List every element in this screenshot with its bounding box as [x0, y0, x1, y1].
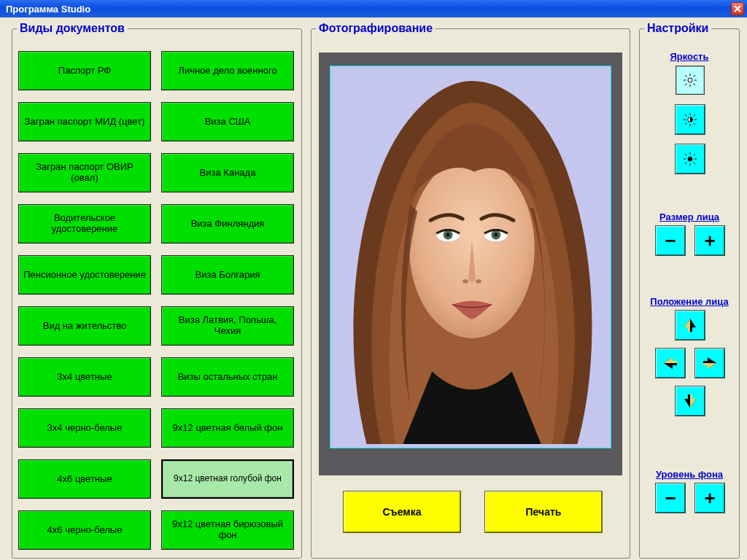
doc-btn-12[interactable]: 3x4 цветные: [18, 357, 151, 397]
brightness-label: Яркость: [640, 51, 739, 62]
photo-panel: Фотографирование: [311, 22, 630, 559]
doc-btn-16[interactable]: 4x6 цветные: [18, 459, 151, 499]
photo-frame: [319, 52, 622, 475]
document-types-grid: Паспорт РФ Личное дело военного Загран п…: [18, 51, 295, 551]
doc-btn-13[interactable]: Визы остальных стран: [161, 357, 294, 397]
svg-line-25: [685, 114, 687, 117]
svg-point-8: [494, 233, 498, 237]
arrow-right-icon: [701, 354, 719, 372]
photo-preview: [330, 66, 611, 448]
svg-line-16: [685, 75, 687, 77]
sun-half-icon: [683, 112, 697, 127]
svg-point-10: [476, 279, 481, 284]
doc-btn-5[interactable]: Виза Канада: [161, 153, 294, 192]
face-right-button[interactable]: [695, 349, 724, 378]
svg-line-27: [694, 114, 696, 117]
doc-btn-19[interactable]: 9х12 цветная бирюзовый фон: [161, 510, 294, 550]
svg-line-37: [685, 163, 687, 165]
face-size-plus-button[interactable]: +: [695, 226, 724, 255]
doc-btn-4[interactable]: Загран паспорт ОВИР (овал): [18, 153, 151, 192]
svg-point-9: [462, 279, 468, 284]
svg-line-28: [685, 123, 687, 125]
svg-line-35: [694, 163, 696, 165]
face-down-button[interactable]: [676, 386, 705, 416]
document-types-panel: Виды документов Паспорт РФ Личное дело в…: [12, 22, 302, 559]
svg-point-29: [688, 157, 692, 161]
svg-point-7: [446, 233, 450, 237]
doc-btn-7[interactable]: Виза Финляндия: [161, 204, 294, 244]
arrow-down-icon: [681, 392, 699, 410]
shoot-button[interactable]: Съемка: [344, 491, 460, 532]
arrow-up-icon: [681, 316, 699, 334]
svg-line-18: [694, 75, 696, 77]
plus-icon: +: [704, 231, 715, 250]
face-up-button[interactable]: [676, 311, 705, 340]
brightness-mid-button[interactable]: [676, 105, 705, 134]
face-size-minus-button[interactable]: −: [656, 226, 685, 255]
print-button[interactable]: Печать: [485, 491, 602, 532]
doc-btn-0[interactable]: Паспорт РФ: [18, 51, 151, 90]
minus-icon: −: [665, 231, 676, 250]
doc-btn-8[interactable]: Пенсионное удостоверение: [18, 255, 151, 295]
svg-line-34: [685, 154, 687, 156]
doc-btn-2[interactable]: Загран паспорт МИД (цвет): [18, 102, 151, 141]
bg-level-minus-button[interactable]: −: [656, 483, 685, 513]
face-pos-label: Положение лица: [640, 296, 739, 307]
doc-btn-14[interactable]: 3x4 черно-белые: [18, 408, 151, 448]
sun-bright-icon: [683, 73, 697, 88]
window-title: Программа Studio: [3, 4, 90, 15]
close-button[interactable]: [731, 2, 744, 15]
sun-dark-icon: [683, 152, 697, 166]
doc-btn-1[interactable]: Личное дело военного: [161, 51, 294, 90]
minus-icon: −: [665, 489, 676, 508]
svg-line-36: [694, 154, 696, 156]
plus-icon: +: [704, 489, 715, 508]
settings-title: Настройки: [644, 22, 711, 35]
brightness-high-button[interactable]: [676, 66, 705, 95]
close-icon: [734, 5, 741, 12]
doc-btn-6[interactable]: Водительское удостоверение: [18, 204, 151, 244]
svg-line-26: [694, 123, 696, 125]
doc-btn-18[interactable]: 4x6 черно-белые: [18, 510, 151, 550]
doc-btn-3[interactable]: Виза США: [161, 102, 294, 141]
title-bar: Программа Studio: [0, 0, 747, 18]
photo-title: Фотографирование: [316, 22, 436, 35]
brightness-low-button[interactable]: [676, 144, 705, 174]
bg-level-label: Уровень фона: [640, 469, 739, 480]
doc-btn-15[interactable]: 9x12 цветная белый фон: [161, 408, 294, 448]
face-left-button[interactable]: [656, 349, 685, 378]
document-types-title: Виды документов: [17, 22, 128, 35]
face-size-label: Размер лица: [640, 211, 739, 222]
photo-image: [330, 66, 611, 448]
doc-btn-10[interactable]: Вид на жительство: [18, 306, 151, 346]
svg-point-11: [688, 78, 692, 82]
arrow-left-icon: [662, 354, 679, 372]
doc-btn-9[interactable]: Виза Болгария: [161, 255, 294, 295]
settings-panel: Настройки Яркость: [639, 22, 740, 559]
svg-line-19: [685, 84, 687, 86]
svg-line-17: [694, 84, 696, 86]
doc-btn-11[interactable]: Виза Латвия, Польша, Чехия: [161, 306, 294, 346]
doc-btn-17[interactable]: 9x12 цветная голубой фон: [161, 459, 294, 499]
bg-level-plus-button[interactable]: +: [695, 483, 724, 513]
